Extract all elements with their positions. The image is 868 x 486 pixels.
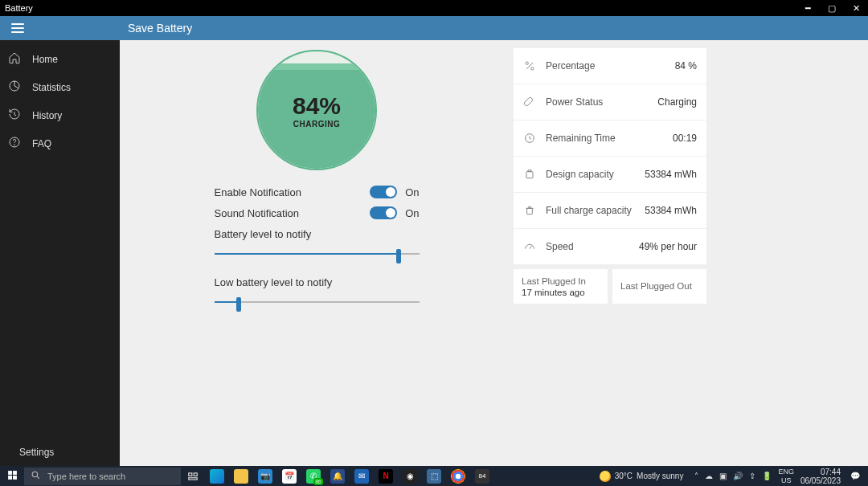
whatsapp-badge: 86 [313,478,323,485]
hamburger-menu-button[interactable] [3,16,31,40]
tray-notifications-icon[interactable]: 💬 [847,472,863,480]
svg-rect-14 [189,472,192,476]
enable-notification-state: On [405,186,419,198]
percent-icon [523,59,536,72]
taskbar-app-explorer[interactable] [229,466,253,486]
info-label: Last Plugged Out [620,281,698,291]
info-value: 17 minutes ago [522,288,600,297]
tray-volume-icon[interactable]: 🔊 [733,472,743,480]
sidebar-item-label: Home [32,54,58,65]
sidebar-item-history[interactable]: History [0,101,120,129]
svg-point-5 [531,67,534,70]
info-value: 49% per hour [639,241,697,252]
tray-chevron-up-icon[interactable]: ˄ [694,472,698,480]
battery-percentage-text: 84% [293,92,341,120]
info-label: Full charge capacity [546,205,635,216]
info-remaining-time: Remaining Time 00:19 [514,120,706,156]
main-content: 84% CHARGING Enable Notification On Soun… [120,40,868,466]
tray-clock[interactable]: 07:44 06/05/2023 [800,468,841,485]
taskbar-app-mail[interactable]: ✉ [350,466,374,486]
info-label: Power Status [546,96,648,108]
taskbar-app-camera[interactable]: 📷 [253,466,277,486]
svg-rect-8 [527,208,533,214]
taskbar-app-whatsapp[interactable]: ✆86 [301,466,326,486]
trash-icon [523,204,536,217]
weather-desc: Mostly sunny [637,472,683,480]
clock-icon [523,132,536,145]
sidebar-item-faq[interactable]: FAQ [0,129,120,157]
task-view-button[interactable] [181,466,205,486]
enable-notification-toggle[interactable] [370,186,397,198]
weather-temp: 30°C [615,472,633,480]
taskbar-app-figma[interactable]: ◉ [398,466,422,486]
taskbar-app-unknown2[interactable]: ⬚ [422,466,446,486]
info-speed: Speed 49% per hour [514,229,706,264]
svg-rect-12 [13,476,17,480]
battery-level-slider-label: Battery level to notify [215,228,420,240]
info-last-plugged-out: Last Plugged Out [612,269,706,304]
info-full-capacity: Full charge capacity 53384 mWh [514,193,706,228]
tray-meet-icon[interactable]: ▣ [719,472,727,480]
info-panel: Percentage 84 % Power Status Charging Re… [514,48,706,466]
windows-taskbar: Type here to search 📷 📅 ✆86 🔔 ✉ N ◉ ⬚ 84… [0,466,868,486]
battery-level-slider[interactable] [215,247,420,260]
svg-rect-10 [13,471,17,475]
taskbar-app-edge[interactable] [205,466,229,486]
low-battery-slider[interactable] [215,296,420,308]
sidebar-item-statistics[interactable]: Statistics [0,73,120,101]
sound-notification-label: Sound Notification [215,207,371,219]
gauge-icon [523,240,536,253]
help-icon [8,136,21,151]
sidebar-item-settings[interactable]: Settings [0,439,120,466]
info-percentage: Percentage 84 % [514,48,706,84]
sidebar-item-label: Statistics [32,82,71,93]
search-icon [31,470,41,482]
battery-gauge: 84% CHARGING [256,50,377,170]
tray-wifi-icon[interactable]: ⇪ [749,472,755,480]
svg-point-2 [14,145,15,145]
sidebar-item-home[interactable]: Home [0,45,120,73]
sound-notification-toggle[interactable] [370,206,397,219]
page-title: Save Battery [128,22,192,35]
close-button[interactable]: ✕ [844,3,868,14]
sound-notification-state: On [405,207,419,219]
sidebar-item-label: Settings [19,447,54,458]
system-tray: ˄ ☁ ▣ 🔊 ⇪ 🔋 ENG US 07:44 06/05/2023 💬 [694,468,868,485]
start-button[interactable] [0,470,24,482]
rocket-icon [523,96,536,108]
app-header: Save Battery [0,16,868,40]
battery-status-text: CHARGING [293,120,340,129]
info-value: 00:19 [673,133,697,144]
svg-point-4 [526,62,528,64]
tray-onedrive-icon[interactable]: ☁ [705,472,713,480]
svg-rect-16 [189,477,198,479]
sidebar-item-label: FAQ [32,138,51,149]
home-icon [8,51,21,67]
sidebar: Home Statistics History FAQ [0,40,120,466]
window-titlebar: Battery ━ ▢ ✕ [0,0,868,16]
info-value: 84 % [675,60,697,71]
minimize-button[interactable]: ━ [796,3,820,14]
svg-rect-11 [8,476,12,480]
info-label: Design capacity [546,169,635,180]
taskbar-app-netflix[interactable]: N [374,466,398,486]
taskbar-app-chrome[interactable] [446,466,470,486]
tray-battery-icon[interactable]: 🔋 [762,472,772,480]
info-design-capacity: Design capacity 53384 mWh [514,157,706,192]
info-power-status: Power Status Charging [514,84,706,120]
taskbar-search[interactable]: Type here to search [24,468,181,485]
info-value: Charging [657,96,697,108]
sidebar-item-label: History [32,110,62,121]
info-label: Last Plugged In [522,276,600,286]
taskbar-app-battery[interactable]: 84 [470,466,494,486]
info-last-plugged-in: Last Plugged In 17 minutes ago [514,269,608,304]
taskbar-app-unknown1[interactable]: 🔔 [326,466,350,486]
maximize-button[interactable]: ▢ [820,3,844,14]
tray-language[interactable]: ENG US [778,468,794,485]
taskbar-weather[interactable]: 30°C Mostly sunny [600,471,684,482]
low-battery-slider-label: Low battery level to notify [215,276,420,288]
info-value: 53384 mWh [645,205,697,216]
svg-point-13 [32,472,38,477]
info-label: Remaining Time [546,133,663,144]
taskbar-app-calendar[interactable]: 📅 [277,466,301,486]
